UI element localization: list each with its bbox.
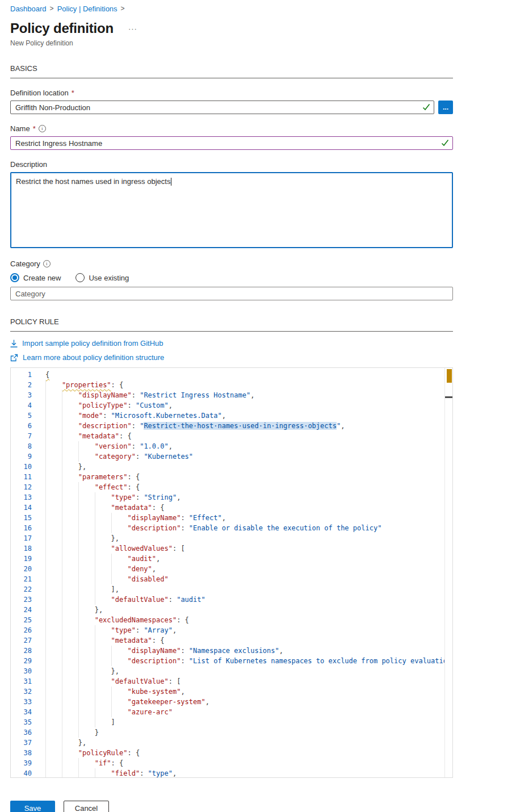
indent-guide: [62, 554, 78, 564]
code-line[interactable]: 17},: [11, 533, 452, 543]
code-line[interactable]: 1{: [11, 370, 452, 380]
code-token: :: [181, 647, 188, 655]
code-line[interactable]: 9"category": "Kubernetes": [11, 451, 452, 462]
save-button[interactable]: Save: [10, 801, 55, 812]
policy-rule-code-editor[interactable]: 1{2"properties": {3"displayName": "Restr…: [10, 367, 453, 778]
indent-guide: [45, 666, 62, 676]
code-line[interactable]: 19"audit",: [11, 554, 452, 564]
name-input[interactable]: [10, 136, 453, 150]
code-line[interactable]: 12"effect": {: [11, 482, 452, 492]
code-line[interactable]: 28"displayName": "Namespace exclusions",: [11, 646, 452, 656]
code-line[interactable]: 30},: [11, 666, 452, 676]
code-line[interactable]: 24},: [11, 605, 452, 615]
code-token: "excludedNamespaces": [95, 616, 177, 624]
code-line[interactable]: 26"type": "Array",: [11, 625, 452, 635]
code-text: "type": "Array",: [45, 625, 177, 635]
line-number: 4: [11, 400, 45, 411]
code-line[interactable]: 21"disabled": [11, 574, 452, 584]
code-line[interactable]: 6"description": "Restrict·the·host·names…: [11, 421, 452, 431]
editor-overview-ruler[interactable]: [444, 368, 452, 777]
code-line[interactable]: 7"metadata": {: [11, 431, 452, 441]
code-line[interactable]: 38"policyRule": {: [11, 748, 452, 758]
code-line[interactable]: 3"displayName": "Restrict Ingress Hostna…: [11, 390, 452, 400]
category-input[interactable]: [10, 287, 453, 300]
code-line[interactable]: 11"parameters": {: [11, 472, 452, 482]
breadcrumb-separator-icon: >: [50, 5, 54, 12]
radio-create-new[interactable]: Create new: [10, 273, 61, 282]
code-token: "Restrict Ingress Hostname": [140, 391, 250, 399]
code-line[interactable]: 33"gatekeeper-system",: [11, 697, 452, 707]
code-line[interactable]: 18"allowedValues": [: [11, 543, 452, 554]
indent-guide: [111, 707, 128, 717]
indent-guide: [45, 523, 62, 533]
code-text: "policyType": "Custom",: [45, 400, 173, 411]
line-number: 33: [11, 697, 45, 707]
code-line[interactable]: 8"version": "1.0.0",: [11, 441, 452, 451]
more-options-icon[interactable]: ···: [128, 24, 137, 33]
indent-guide: [111, 564, 128, 574]
code-token: "type": [111, 626, 136, 634]
code-line[interactable]: 27"metadata": {: [11, 635, 452, 646]
code-token: "audit": [177, 596, 205, 604]
code-line[interactable]: 22],: [11, 584, 452, 595]
code-line[interactable]: 34"azure-arc": [11, 707, 452, 717]
import-sample-link[interactable]: Import sample policy definition from Git…: [10, 339, 453, 348]
code-line[interactable]: 23"defaultValue": "audit": [11, 595, 452, 605]
description-textarea[interactable]: Restrict the host names used in ingress …: [10, 172, 453, 248]
code-line[interactable]: 29"description": "List of Kubernetes nam…: [11, 656, 452, 666]
indent-guide: [62, 595, 78, 605]
code-line[interactable]: 37},: [11, 738, 452, 748]
code-line[interactable]: 31"defaultValue": [: [11, 676, 452, 687]
code-text: {: [45, 370, 49, 380]
code-line[interactable]: 4"policyType": "Custom",: [11, 400, 452, 411]
indent-guide: [95, 503, 111, 513]
indent-guide: [45, 595, 62, 605]
definition-location-input[interactable]: [10, 101, 434, 114]
indent-guide: [78, 441, 95, 451]
indent-guide: [62, 472, 78, 482]
indent-guide: [45, 482, 62, 492]
indent-guide: [45, 492, 62, 503]
indent-guide: [45, 462, 62, 472]
code-text: "gatekeeper-system",: [45, 697, 209, 707]
code-token: : {: [127, 749, 140, 757]
code-line[interactable]: 13"type": "String",: [11, 492, 452, 503]
breadcrumb-link[interactable]: Dashboard: [10, 5, 47, 13]
code-line[interactable]: 2"properties": {: [11, 380, 452, 390]
code-line[interactable]: 16"description": "Enable or disable the …: [11, 523, 452, 533]
indent-guide: [78, 451, 95, 462]
indent-guide: [62, 656, 78, 666]
code-token: : [: [169, 677, 181, 685]
code-line[interactable]: 40"field": "type",: [11, 768, 452, 778]
indent-guide: [95, 717, 111, 727]
code-line[interactable]: 39"if": {: [11, 758, 452, 768]
code-line[interactable]: 15"displayName": "Effect",: [11, 513, 452, 523]
code-text: "metadata": {: [45, 431, 132, 441]
learn-more-link[interactable]: Learn more about policy definition struc…: [10, 353, 453, 362]
line-number: 38: [11, 748, 45, 758]
breadcrumb-link[interactable]: Policy | Definitions: [57, 5, 118, 13]
indent-guide: [78, 656, 95, 666]
code-token: ,: [152, 565, 156, 573]
cancel-button[interactable]: Cancel: [64, 801, 109, 812]
code-line[interactable]: 5"mode": "Microsoft.Kubernetes.Data",: [11, 411, 452, 421]
code-token: : [: [173, 545, 185, 553]
code-token: : {: [119, 432, 132, 440]
code-line[interactable]: 10},: [11, 462, 452, 472]
browse-scope-button[interactable]: ...: [438, 101, 453, 114]
code-line[interactable]: 36}: [11, 727, 452, 738]
code-line[interactable]: 14"metadata": {: [11, 503, 452, 513]
code-text: ],: [45, 584, 119, 595]
radio-use-existing[interactable]: Use existing: [75, 273, 129, 282]
radio-unselected-icon[interactable]: [75, 273, 85, 282]
code-line[interactable]: 20"deny",: [11, 564, 452, 574]
indent-guide: [45, 472, 62, 482]
radio-selected-icon[interactable]: [10, 273, 19, 282]
indent-guide: [45, 727, 62, 738]
indent-guide: [62, 421, 78, 431]
code-line[interactable]: 35]: [11, 717, 452, 727]
code-line[interactable]: 32"kube-system",: [11, 687, 452, 697]
code-token: :: [181, 657, 188, 665]
code-line[interactable]: 25"excludedNamespaces": {: [11, 615, 452, 625]
code-token: : {: [177, 616, 189, 624]
